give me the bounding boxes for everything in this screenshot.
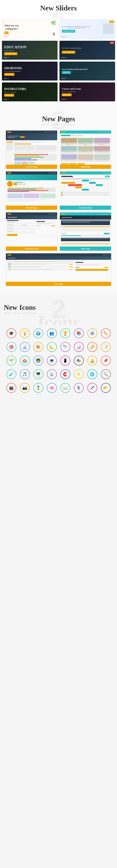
shop-prod6-title [95,151,110,152]
profile-line1 [7,199,46,200]
shop-prod8-info [77,159,93,161]
slide-8[interactable]: Courses and Events Discover what's new B… [60,83,115,101]
quiz-opt4-text [63,230,110,231]
slide-4-badge: HOT [110,42,114,44]
slide-3-btn[interactable]: LEARN MORE [4,52,17,55]
icons-section: 2 New Icons quality & contrast Icons 🎓 💡… [0,294,117,404]
slide-2[interactable]: LEARNING MANAGEMENT SYSTEMSTART LEARNING… [60,20,115,39]
quiz-progress [60,235,111,238]
quiz-nav-1 [102,214,106,214]
quiz-opt6-radio [61,244,62,244]
shop-mockup-nav [98,132,110,132]
cal-r2-1 [61,182,68,184]
slide-4[interactable]: The best eLearning theme. GET STARTED HO… [60,41,115,60]
slide-1[interactable]: What are youwaiting for? ▶ 🌿 🦉 slide 1 [2,20,57,39]
icon-monitor: 🖥️ [33,369,43,379]
cal-event2-dot [61,193,63,194]
slide-5[interactable]: SMARTOWL Your Learning Platform EXPLORE … [2,62,57,81]
cal-r4-1 [61,186,68,188]
slide-6[interactable]: Start Teaching With SmartOwl! JOIN US sl… [60,62,115,81]
slide-5-btn[interactable]: EXPLORE [4,73,15,76]
cart-page-item[interactable]: Cart Page [6,253,111,286]
slide-7[interactable]: INSTRUCTORS Meet our experts VIEW ALL sl… [2,83,57,101]
course-page-item[interactable]: Course Page [6,130,57,169]
calendar-events [60,191,111,197]
shop-prod6-img [94,146,110,151]
slide-6-label: slide 6 [61,77,67,80]
course-pb4 [14,158,56,159]
cart-checkout-btn [76,269,108,271]
slide-4-btn[interactable]: GET STARTED [62,51,75,54]
cal-r3-5 [89,184,96,186]
slide-7-text: INSTRUCTORS [4,87,26,91]
quiz-opt3-text [63,229,110,230]
icon-bell: 🔔 [87,355,97,366]
checkout-mockup-nav [48,214,56,214]
slide-3[interactable]: EDUCATION Learn with us LEARN MORE slide… [2,41,57,60]
checkout-field-2 [7,225,21,227]
calendar-next [108,176,110,177]
course-nav-item2 [6,145,13,146]
calendar-mockup-nav [102,173,110,174]
shop-prod1-img [61,138,77,143]
shop-prod8-title [78,159,93,160]
course-nav-active [6,142,13,143]
checkout-input-2 [7,226,21,227]
icon-key: 🔑 [87,342,97,352]
cal-r1-3 [75,180,82,182]
checkout-label-3 [21,225,27,225]
cart-main [6,260,111,273]
checkout-hero-title [7,217,17,218]
icon-book: 📖 [61,383,70,393]
icon-sprout: 🌱 [6,355,16,366]
profile-nav-2 [53,173,56,174]
quiz-options [60,226,111,232]
slide-8-btn[interactable]: BROWSE [62,93,72,96]
cal-r1-5 [89,180,96,182]
sliders-grid: What are youwaiting for? ▶ 🌿 🦉 slide 1 L… [2,20,115,101]
slide-6-btn[interactable]: JOIN US [62,71,71,74]
icon-music: 🎵 [20,369,30,379]
slide-7-content: INSTRUCTORS Meet our experts VIEW ALL [2,83,57,101]
icon-gear: ⚙️ [87,329,97,338]
slide-2-btn[interactable]: ENROLL NOW [62,30,75,33]
quiz-options-2 [60,242,111,245]
slide-1-owl: 🦉 [52,33,55,36]
icon-search: 🔍 [101,369,111,379]
quiz-question-2 [61,238,110,241]
slide-2-tagline: LEARNING MANAGEMENT SYSTEMSTART LEARNING… [62,26,90,29]
cart-hero-title [8,258,15,258]
calendar-page-item[interactable]: Calendar Page [60,171,111,210]
cal-r4-5 [89,186,96,188]
shop-filter-active [61,135,70,136]
slide-5-subtext: Your Learning Platform [4,70,21,72]
slide-1-btn[interactable]: ▶ [4,31,8,34]
course-img1 [14,161,21,165]
quiz-opt5-text [63,242,110,243]
profile-mockup-logo [7,173,11,174]
icon-users: 👥 [47,329,57,338]
slide-5-content: SMARTOWL Your Learning Platform EXPLORE [2,62,57,81]
calendar-mockup-header [60,172,111,175]
course-nav-2 [48,132,52,132]
slide-1-label: slide 1 [4,35,9,37]
checkout-page-label: Checkout Page [6,247,57,251]
cart-summary-line1 [76,264,108,264]
quiz-page-item[interactable]: Quiz Page [60,212,111,251]
icons-title: New Icons [4,303,113,311]
quiz-hero-title [61,217,72,218]
cart-col2 [13,261,62,262]
icons-bg-text-container: Icons [4,315,113,324]
slide-7-btn[interactable]: VIEW ALL [4,94,14,97]
shop-prod9-img [94,154,110,159]
cal-r2-2 [68,182,75,184]
profile-page-item[interactable]: Profile Page [6,171,57,210]
shop-prod9-title [95,159,110,160]
cart-summary [74,261,109,272]
cal-row-1 [61,180,110,182]
calendar-nav-2 [107,173,110,174]
checkout-page-item[interactable]: Checkout Page [6,212,57,251]
shop-page-item[interactable]: ★★★★ ★★★ ★★★★★ [60,130,111,169]
checkout-field-row [7,225,35,227]
profile-course-thumbs [6,193,57,199]
